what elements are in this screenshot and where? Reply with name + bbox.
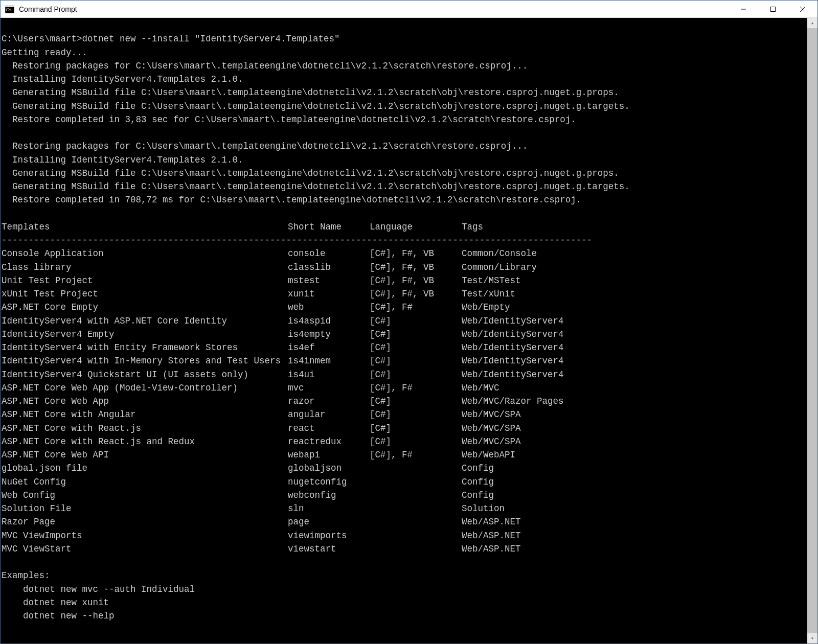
table-row: Class libraryclasslib[C#], F#, VBCommon/… <box>2 261 816 274</box>
template-short: sln <box>288 502 370 515</box>
template-name: xUnit Test Project <box>2 287 288 301</box>
svg-text:C:\: C:\ <box>6 8 12 12</box>
output-line: Installing IdentityServer4.Templates 2.1… <box>2 153 816 167</box>
template-lang: [C#] <box>370 328 462 341</box>
svg-rect-1 <box>5 5 14 7</box>
template-name: ASP.NET Core Web App <box>2 395 288 408</box>
table-row: Solution FileslnSolution <box>2 502 816 515</box>
template-short: nugetconfig <box>288 475 370 489</box>
template-tags: Web/Empty <box>462 301 816 314</box>
template-short: webapi <box>288 448 370 462</box>
table-row: ASP.NET Core Emptyweb[C#], F#Web/Empty <box>2 301 816 314</box>
template-tags: Web/MVC/SPA <box>462 435 816 448</box>
template-name: Web Config <box>2 489 288 502</box>
output-line: Generating MSBuild file C:\Users\maart\.… <box>2 86 816 99</box>
template-lang: [C#] <box>370 408 462 421</box>
template-short: is4inmem <box>288 354 370 367</box>
template-tags: Solution <box>462 502 816 515</box>
table-row: IdentityServer4 Emptyis4empty[C#]Web/Ide… <box>2 328 816 341</box>
scroll-down-arrow[interactable]: ▾ <box>807 633 817 643</box>
template-name: ASP.NET Core with Angular <box>2 408 288 421</box>
template-tags: Web/MVC/SPA <box>462 408 816 421</box>
template-lang: [C#], F#, VB <box>370 274 462 287</box>
terminal-content[interactable]: C:\Users\maart>dotnet new --install "Ide… <box>1 18 817 643</box>
template-short: classlib <box>288 261 370 274</box>
template-lang: [C#], F#, VB <box>370 247 462 260</box>
scrollbar-track[interactable]: ▴ ▾ <box>807 18 817 643</box>
template-lang <box>370 515 462 528</box>
maximize-button[interactable] <box>758 1 788 17</box>
template-tags: Config <box>462 475 816 489</box>
template-short: is4ui <box>288 368 370 381</box>
table-row: Unit Test Projectmstest[C#], F#, VBTest/… <box>2 274 816 287</box>
minimize-button[interactable] <box>729 1 758 17</box>
template-lang: [C#] <box>370 341 462 354</box>
header-templates: Templates <box>2 220 288 234</box>
template-short: is4empty <box>288 328 370 341</box>
table-row: ASP.NET Core Web Apprazor[C#]Web/MVC/Raz… <box>2 395 816 408</box>
template-lang: [C#] <box>370 314 462 328</box>
table-header-row: TemplatesShort NameLanguageTags <box>2 220 816 234</box>
close-button[interactable] <box>788 1 817 17</box>
template-name: IdentityServer4 with ASP.NET Core Identi… <box>2 314 288 328</box>
template-short: globaljson <box>288 462 370 475</box>
template-tags: Web/ASP.NET <box>462 542 816 556</box>
template-lang: [C#], F# <box>370 301 462 314</box>
scroll-up-arrow[interactable]: ▴ <box>807 18 817 28</box>
table-row: NuGet ConfignugetconfigConfig <box>2 475 816 489</box>
window-controls <box>729 1 817 17</box>
template-lang <box>370 542 462 556</box>
template-tags: Common/Library <box>462 261 816 274</box>
table-row: xUnit Test Projectxunit[C#], F#, VBTest/… <box>2 287 816 301</box>
template-lang <box>370 502 462 515</box>
template-lang: [C#] <box>370 435 462 448</box>
output-line <box>2 126 816 140</box>
template-short: razor <box>288 395 370 408</box>
table-row: Web ConfigwebconfigConfig <box>2 489 816 502</box>
template-lang <box>370 475 462 489</box>
dash-line: ----------------------------------------… <box>2 234 816 247</box>
template-lang: [C#], F#, VB <box>370 287 462 301</box>
example-line: dotnet new --help <box>2 609 816 623</box>
titlebar[interactable]: C:\ Command Prompt <box>1 1 817 18</box>
template-tags: Common/Console <box>462 247 816 260</box>
example-line: dotnet new mvc --auth Individual <box>2 583 816 596</box>
template-name: IdentityServer4 Empty <box>2 328 288 341</box>
template-lang <box>370 529 462 542</box>
table-row: ASP.NET Core with React.js and Reduxreac… <box>2 435 816 448</box>
header-language: Language <box>370 220 462 234</box>
scrollbar-thumb[interactable] <box>807 28 817 633</box>
template-lang: [C#] <box>370 422 462 435</box>
template-tags: Config <box>462 489 816 502</box>
template-name: ASP.NET Core Empty <box>2 301 288 314</box>
template-short: reactredux <box>288 435 370 448</box>
template-name: Class library <box>2 261 288 274</box>
table-row: IdentityServer4 with ASP.NET Core Identi… <box>2 314 816 328</box>
template-short: viewstart <box>288 542 370 556</box>
template-name: ASP.NET Core Web App (Model-View-Control… <box>2 381 288 395</box>
template-short: viewimports <box>288 529 370 542</box>
template-tags: Web/IdentityServer4 <box>462 328 816 341</box>
template-tags: Web/IdentityServer4 <box>462 368 816 381</box>
template-lang: [C#], F# <box>370 381 462 395</box>
template-lang: [C#] <box>370 368 462 381</box>
template-tags: Test/MSTest <box>462 274 816 287</box>
template-short: react <box>288 422 370 435</box>
template-name: Console Application <box>2 247 288 260</box>
blank-line <box>2 556 816 569</box>
output-line: Generating MSBuild file C:\Users\maart\.… <box>2 167 816 180</box>
template-name: ASP.NET Core Web API <box>2 448 288 462</box>
table-row: Console Applicationconsole[C#], F#, VBCo… <box>2 247 816 260</box>
terminal[interactable]: C:\Users\maart>dotnet new --install "Ide… <box>1 18 817 643</box>
header-short: Short Name <box>288 220 370 234</box>
template-short: mstest <box>288 274 370 287</box>
window-title: Command Prompt <box>19 5 729 13</box>
template-short: page <box>288 515 370 528</box>
template-tags: Web/IdentityServer4 <box>462 354 816 367</box>
template-tags: Config <box>462 462 816 475</box>
table-row: ASP.NET Core with Angularangular[C#]Web/… <box>2 408 816 421</box>
template-lang: [C#], F# <box>370 448 462 462</box>
table-row: IdentityServer4 Quickstart UI (UI assets… <box>2 368 816 381</box>
table-row: MVC ViewStartviewstartWeb/ASP.NET <box>2 542 816 556</box>
table-row: IdentityServer4 with In-Memory Stores an… <box>2 354 816 367</box>
